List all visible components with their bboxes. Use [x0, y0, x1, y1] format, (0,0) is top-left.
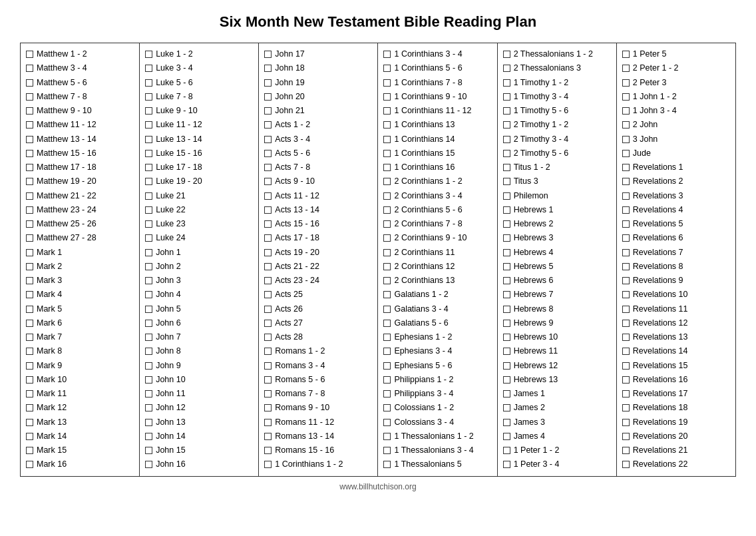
checkbox-icon[interactable]	[622, 178, 630, 185]
checkbox-icon[interactable]	[145, 192, 152, 200]
checkbox-icon[interactable]	[622, 263, 630, 270]
list-item[interactable]: Romans 3 - 4	[264, 359, 375, 373]
checkbox-icon[interactable]	[383, 320, 391, 327]
list-item[interactable]: Matthew 23 - 24	[26, 203, 136, 217]
list-item[interactable]: Matthew 1 - 2	[26, 47, 136, 61]
list-item[interactable]: John 5	[145, 302, 256, 316]
list-item[interactable]: Revelations 5	[622, 217, 733, 231]
checkbox-icon[interactable]	[264, 277, 272, 284]
list-item[interactable]: Acts 5 - 6	[264, 146, 375, 160]
list-item[interactable]: Mark 12	[26, 401, 136, 415]
checkbox-icon[interactable]	[145, 348, 152, 355]
list-item[interactable]: 2 Corinthians 11	[383, 246, 494, 260]
list-item[interactable]: John 10	[145, 373, 256, 387]
list-item[interactable]: 1 Thessalonians 1 - 2	[383, 429, 494, 443]
checkbox-icon[interactable]	[503, 192, 510, 200]
list-item[interactable]: Hebrews 6	[503, 274, 614, 288]
list-item[interactable]: Luke 7 - 8	[145, 90, 256, 104]
checkbox-icon[interactable]	[264, 447, 272, 454]
checkbox-icon[interactable]	[383, 178, 391, 185]
list-item[interactable]: Luke 11 - 12	[145, 118, 256, 132]
checkbox-icon[interactable]	[622, 93, 630, 101]
checkbox-icon[interactable]	[145, 121, 152, 129]
checkbox-icon[interactable]	[264, 79, 272, 87]
list-item[interactable]: John 13	[145, 415, 256, 429]
list-item[interactable]: Mark 3	[26, 274, 136, 288]
list-item[interactable]: Acts 15 - 16	[264, 217, 375, 231]
list-item[interactable]: Hebrews 1	[503, 203, 614, 217]
checkbox-icon[interactable]	[264, 192, 272, 200]
checkbox-icon[interactable]	[383, 220, 391, 228]
checkbox-icon[interactable]	[26, 263, 33, 270]
checkbox-icon[interactable]	[145, 249, 152, 256]
list-item[interactable]: Revelations 16	[622, 373, 733, 387]
list-item[interactable]: 2 Thessalonians 1 - 2	[503, 47, 614, 61]
checkbox-icon[interactable]	[503, 178, 510, 185]
checkbox-icon[interactable]	[145, 334, 152, 341]
list-item[interactable]: John 16	[145, 457, 256, 471]
list-item[interactable]: Colossians 1 - 2	[383, 401, 494, 415]
list-item[interactable]: Acts 1 - 2	[264, 118, 375, 132]
checkbox-icon[interactable]	[503, 164, 510, 171]
checkbox-icon[interactable]	[503, 348, 510, 355]
list-item[interactable]: Ephesians 5 - 6	[383, 359, 494, 373]
list-item[interactable]: Revelations 3	[622, 189, 733, 203]
list-item[interactable]: 1 Corinthians 7 - 8	[383, 76, 494, 90]
checkbox-icon[interactable]	[622, 220, 630, 228]
list-item[interactable]: John 18	[264, 61, 375, 75]
list-item[interactable]: Mark 10	[26, 373, 136, 387]
checkbox-icon[interactable]	[264, 306, 272, 313]
list-item[interactable]: 1 Timothy 3 - 4	[503, 90, 614, 104]
checkbox-icon[interactable]	[145, 277, 152, 284]
list-item[interactable]: 2 Timothy 1 - 2	[503, 118, 614, 132]
list-item[interactable]: Acts 9 - 10	[264, 174, 375, 188]
checkbox-icon[interactable]	[383, 164, 391, 171]
checkbox-icon[interactable]	[383, 93, 391, 101]
list-item[interactable]: Acts 27	[264, 316, 375, 330]
checkbox-icon[interactable]	[264, 461, 272, 468]
list-item[interactable]: Mark 15	[26, 443, 136, 457]
list-item[interactable]: Galatians 5 - 6	[383, 316, 494, 330]
list-item[interactable]: Mark 5	[26, 302, 136, 316]
checkbox-icon[interactable]	[145, 79, 152, 87]
checkbox-icon[interactable]	[622, 107, 630, 115]
list-item[interactable]: Ephesians 1 - 2	[383, 330, 494, 344]
checkbox-icon[interactable]	[503, 107, 510, 115]
checkbox-icon[interactable]	[264, 320, 272, 327]
checkbox-icon[interactable]	[383, 107, 391, 115]
list-item[interactable]: Revelations 20	[622, 429, 733, 443]
checkbox-icon[interactable]	[145, 447, 152, 454]
checkbox-icon[interactable]	[622, 362, 630, 370]
checkbox-icon[interactable]	[503, 320, 510, 327]
checkbox-icon[interactable]	[145, 320, 152, 327]
list-item[interactable]: 1 Peter 3 - 4	[503, 457, 614, 471]
checkbox-icon[interactable]	[264, 121, 272, 129]
list-item[interactable]: 1 Thessalonians 3 - 4	[383, 443, 494, 457]
checkbox-icon[interactable]	[26, 306, 33, 313]
list-item[interactable]: Titus 3	[503, 174, 614, 188]
checkbox-icon[interactable]	[26, 107, 33, 115]
list-item[interactable]: 1 Corinthians 1 - 2	[264, 457, 375, 471]
list-item[interactable]: Matthew 5 - 6	[26, 76, 136, 90]
checkbox-icon[interactable]	[622, 404, 630, 411]
checkbox-icon[interactable]	[264, 404, 272, 411]
checkbox-icon[interactable]	[264, 107, 272, 115]
checkbox-icon[interactable]	[622, 164, 630, 171]
list-item[interactable]: Revelations 7	[622, 246, 733, 260]
list-item[interactable]: James 1	[503, 387, 614, 401]
checkbox-icon[interactable]	[264, 164, 272, 171]
checkbox-icon[interactable]	[622, 320, 630, 327]
checkbox-icon[interactable]	[383, 461, 391, 468]
checkbox-icon[interactable]	[503, 121, 510, 129]
checkbox-icon[interactable]	[264, 136, 272, 143]
list-item[interactable]: Revelations 14	[622, 344, 733, 358]
list-item[interactable]: Matthew 3 - 4	[26, 61, 136, 75]
list-item[interactable]: Matthew 11 - 12	[26, 118, 136, 132]
checkbox-icon[interactable]	[622, 192, 630, 200]
checkbox-icon[interactable]	[622, 79, 630, 87]
checkbox-icon[interactable]	[145, 93, 152, 101]
checkbox-icon[interactable]	[622, 390, 630, 398]
checkbox-icon[interactable]	[383, 51, 391, 58]
checkbox-icon[interactable]	[503, 249, 510, 256]
checkbox-icon[interactable]	[145, 376, 152, 384]
